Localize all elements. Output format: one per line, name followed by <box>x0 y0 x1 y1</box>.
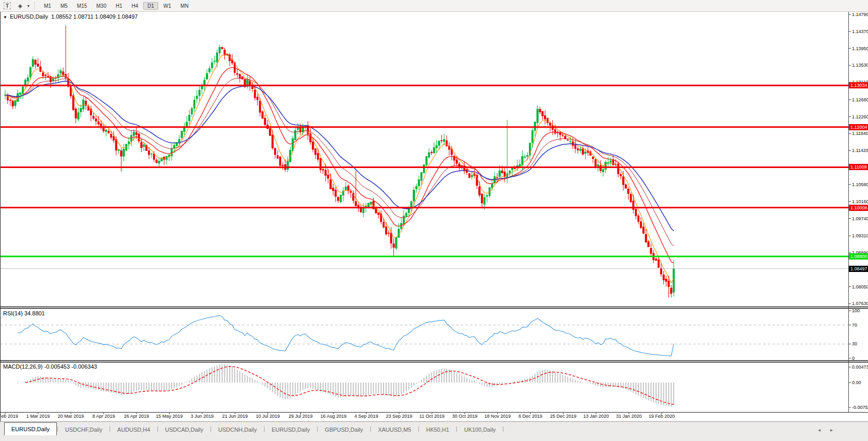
chart-header: ▼EURUSD,Daily 1.08552 1.08711 1.08409 1.… <box>3 13 138 20</box>
macd-values: -0.005453 -0.006343 <box>44 363 97 370</box>
timeframe-toolbar: M1M5M15M30H1H4D1W1MN <box>39 2 193 10</box>
chart-ohlc-values: 1.08552 1.08711 1.08409 1.08497 <box>51 13 138 20</box>
timeframe-H4[interactable]: H4 <box>128 2 143 10</box>
tab-gbpusd-daily[interactable]: GBPUSD,Daily <box>318 424 370 435</box>
toolbar: T ◈ ▾ M1M5M15M30H1H4D1W1MN <box>0 0 868 12</box>
text-tool-icon[interactable]: T <box>2 1 13 10</box>
tool-dropdown-icon[interactable]: ▾ <box>26 4 31 8</box>
tab-xauusd-m5[interactable]: XAUUSD,M5 <box>371 424 418 435</box>
status-strip <box>0 435 868 441</box>
rsi-indicator-label: RSI(14) 34.8801 <box>3 310 45 316</box>
tab-usdchf-daily[interactable]: USDCHF,Daily <box>58 424 109 435</box>
tab-usdcad-daily[interactable]: USDCAD,Daily <box>158 424 210 435</box>
timeframe-D1[interactable]: D1 <box>143 2 158 10</box>
symbol-dropdown-icon[interactable]: ▼ <box>3 15 7 20</box>
tab-usdcnh-daily[interactable]: USDCNH,Daily <box>211 424 264 435</box>
tab-uk100-daily[interactable]: UK100,Daily <box>458 424 502 435</box>
chart-symbol-title: EURUSD,Daily <box>10 13 48 20</box>
chart-canvas[interactable] <box>0 0 868 441</box>
rsi-value: 34.8801 <box>24 310 45 316</box>
tab-hk50-h1[interactable]: HK50,H1 <box>419 424 456 435</box>
tab-scroll-buttons[interactable]: ◂ ▸ <box>818 427 837 433</box>
arrow-style-tool-icon[interactable]: ◈ <box>14 1 26 10</box>
timeframe-M30[interactable]: M30 <box>92 2 110 10</box>
timeframe-MN[interactable]: MN <box>176 2 193 10</box>
timeframe-M5[interactable]: M5 <box>56 2 72 10</box>
tab-eurusd-daily[interactable]: EURUSD,Daily <box>4 422 57 435</box>
macd-indicator-label: MACD(12,26,9) -0.005453 -0.006343 <box>3 363 97 370</box>
mt4-window: T ◈ ▾ M1M5M15M30H1H4D1W1MN 1.147901.1437… <box>0 0 868 441</box>
tab-eurusd-daily[interactable]: EURUSD,Daily <box>265 424 317 435</box>
chart-tab-bar: EURUSD,Daily|USDCHF,Daily|AUDUSD,H4|USDC… <box>0 421 868 435</box>
timeframe-H1[interactable]: H1 <box>112 2 127 10</box>
timeframe-M1[interactable]: M1 <box>40 2 55 10</box>
timeframe-M15[interactable]: M15 <box>73 2 91 10</box>
tab-separator: | <box>502 425 504 432</box>
chart-tabs: EURUSD,Daily|USDCHF,Daily|AUDUSD,H4|USDC… <box>0 422 504 435</box>
timeframe-W1[interactable]: W1 <box>159 2 175 10</box>
toolbar-separator <box>34 2 37 10</box>
tab-audusd-h4[interactable]: AUDUSD,H4 <box>111 424 157 435</box>
